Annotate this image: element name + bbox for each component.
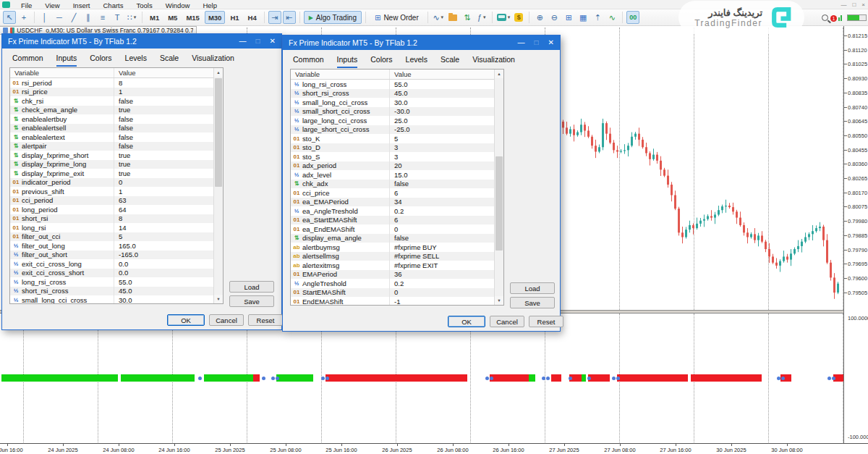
parameters-table[interactable]: VariableValue½long_rsi_cross55.0½short_r… xyxy=(290,69,504,306)
param-value[interactable]: false xyxy=(114,96,223,106)
tab-colors[interactable]: Colors xyxy=(370,55,392,68)
param-value[interactable]: 3 xyxy=(389,152,503,161)
market-depth-icon[interactable]: ∿ xyxy=(605,11,618,24)
close-icon[interactable]: × xyxy=(861,0,865,9)
param-value[interactable]: 5 xyxy=(114,232,223,242)
param-value[interactable]: false xyxy=(389,180,503,189)
param-row[interactable]: 01ea_EMAPeriod34 xyxy=(291,198,503,207)
cancel-button[interactable]: Cancel xyxy=(209,314,244,326)
scroll-up-arrow[interactable]: ▲ xyxy=(214,68,223,77)
zoom-out-icon[interactable]: ⊖ xyxy=(548,11,561,24)
timeframe-m5[interactable]: M5 xyxy=(164,11,181,24)
ok-button[interactable]: OK xyxy=(167,314,205,326)
param-row[interactable]: ⇅check_ema_angletrue xyxy=(10,106,223,115)
shapes-tool[interactable]: ∷▾ xyxy=(125,11,138,24)
param-value[interactable]: true xyxy=(114,160,223,169)
param-value[interactable]: 36 xyxy=(389,270,503,279)
param-value[interactable]: #fxprime EXIT xyxy=(389,261,503,270)
param-row[interactable]: ½long_rsi_cross55.0 xyxy=(10,277,223,287)
timeframe-m1[interactable]: M1 xyxy=(146,11,163,24)
param-value[interactable]: true xyxy=(114,169,223,178)
metatrader-logo-icon[interactable]: 00 xyxy=(626,11,639,24)
channel-tool[interactable]: ∥ xyxy=(82,11,95,24)
param-value[interactable]: #fxprime SELL xyxy=(389,252,503,261)
param-value[interactable]: 15.0 xyxy=(389,170,503,180)
param-row[interactable]: 01sto_K5 xyxy=(291,134,503,143)
param-row[interactable]: 01filter_out_cci5 xyxy=(10,232,223,242)
equidistant-channel-tool[interactable]: ≡ xyxy=(96,11,109,24)
tab-inputs[interactable]: Inputs xyxy=(56,54,77,67)
minimize-icon[interactable]: — xyxy=(841,0,846,9)
param-row[interactable]: 01cci_price6 xyxy=(291,188,503,198)
param-value[interactable]: true xyxy=(114,106,223,115)
reset-button[interactable]: Reset xyxy=(529,316,563,327)
param-value[interactable]: 6 xyxy=(389,188,503,198)
param-row[interactable]: 01adx_period20 xyxy=(291,161,503,171)
price-scale[interactable]: 0.812150.811200.810250.809300.808350.807… xyxy=(843,26,868,443)
timeframe-h1[interactable]: H1 xyxy=(226,11,242,24)
param-value[interactable]: 6 xyxy=(389,216,503,225)
maximize-icon[interactable]: □ xyxy=(256,34,260,49)
close-icon[interactable]: ✕ xyxy=(548,35,554,50)
menu-item-window[interactable]: Window xyxy=(159,1,197,9)
param-value[interactable]: 0.0 xyxy=(114,269,223,278)
menu-item-help[interactable]: Help xyxy=(196,1,224,9)
menu-item-charts[interactable]: Charts xyxy=(97,1,130,9)
tab-visualization[interactable]: Visualization xyxy=(192,54,234,67)
load-button[interactable]: Load xyxy=(510,282,555,294)
data-window-icon[interactable]: ⇡ xyxy=(591,11,604,24)
param-value[interactable]: 0.2 xyxy=(389,279,503,288)
param-row[interactable]: ½small_long_cci_cross30.0 xyxy=(291,98,503,107)
param-value[interactable]: 63 xyxy=(114,196,223,206)
param-row[interactable]: ⇅chk_rsifalse xyxy=(10,96,223,106)
param-row[interactable]: ⇅display_fxprime_exittrue xyxy=(10,169,223,178)
param-row[interactable]: abalertexitmsg#fxprime EXIT xyxy=(291,261,503,270)
param-row[interactable]: abalertbuymsg#fxprime BUY xyxy=(291,243,503,252)
indicators-icon[interactable]: ƒ▾ xyxy=(475,11,488,24)
param-value[interactable]: 165.0 xyxy=(114,241,223,251)
param-row[interactable]: 01rsi_period8 xyxy=(10,78,223,88)
param-value[interactable]: -165.0 xyxy=(114,251,223,260)
param-row[interactable]: ½filter_out_long165.0 xyxy=(10,241,223,251)
strategy-tester-icon[interactable]: ▦ xyxy=(576,11,590,24)
param-row[interactable]: ⇅enablealertsellfalse xyxy=(10,124,223,133)
param-value[interactable]: 20 xyxy=(389,161,503,171)
param-value[interactable]: 45.0 xyxy=(114,287,223,296)
param-value[interactable]: 34 xyxy=(389,198,503,207)
menu-item-view[interactable]: View xyxy=(38,1,66,9)
horizontal-line-tool[interactable]: ─ xyxy=(53,11,66,24)
param-row[interactable]: ⇅display_fxprime_shorttrue xyxy=(10,151,223,160)
minimize-icon[interactable]: — xyxy=(518,35,525,50)
param-value[interactable]: -30.0 xyxy=(389,107,503,117)
timeframe-m15[interactable]: M15 xyxy=(182,11,203,24)
tab-common[interactable]: Common xyxy=(12,54,43,67)
param-value[interactable]: 0 xyxy=(389,288,503,298)
param-value[interactable]: 45.0 xyxy=(389,89,503,98)
param-row[interactable]: ⇅chk_adxfalse xyxy=(291,180,503,189)
param-row[interactable]: 01short_rsi8 xyxy=(10,214,223,224)
new-order-button[interactable]: ⊞New Order xyxy=(370,11,424,24)
scroll-up-arrow[interactable]: ▲ xyxy=(495,70,503,78)
param-row[interactable]: ½adx_level15.0 xyxy=(291,170,503,180)
param-row[interactable]: 01long_rsi14 xyxy=(10,223,223,232)
tab-colors[interactable]: Colors xyxy=(90,54,111,67)
maximize-icon[interactable]: □ xyxy=(535,35,539,50)
tab-scale[interactable]: Scale xyxy=(160,54,179,67)
symbols-icon[interactable]: ⇅ xyxy=(461,11,474,24)
param-row[interactable]: 01StartEMAShift0 xyxy=(291,288,503,298)
profiles-folder-icon[interactable] xyxy=(446,11,459,24)
parameters-table[interactable]: VariableValue01rsi_period801rsi_price1⇅c… xyxy=(9,67,224,304)
param-value[interactable]: 55.0 xyxy=(389,80,503,89)
param-row[interactable]: ½long_rsi_cross55.0 xyxy=(291,80,503,89)
tab-levels[interactable]: Levels xyxy=(406,55,427,68)
param-row[interactable]: ½short_rsi_cross45.0 xyxy=(291,89,503,98)
payments-icon[interactable]: $ xyxy=(512,11,525,24)
cursor-tool[interactable]: ↖ xyxy=(3,11,16,24)
param-row[interactable]: ½exit_cci_cross_short0.0 xyxy=(10,269,223,278)
param-value[interactable]: false xyxy=(114,124,223,133)
param-row[interactable]: 01ea_StartEMAShift6 xyxy=(291,216,503,225)
text-tool[interactable]: T xyxy=(111,11,124,24)
param-row[interactable]: ½ea_AngleTreshold0.2 xyxy=(291,206,503,216)
param-value[interactable]: false xyxy=(114,114,223,124)
load-button[interactable]: Load xyxy=(229,281,274,293)
